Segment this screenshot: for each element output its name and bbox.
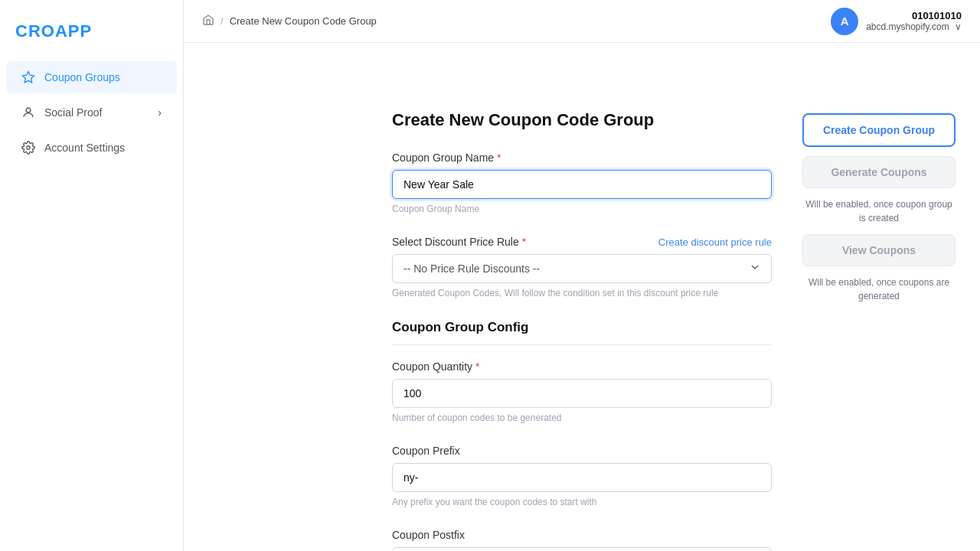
generate-coupons-button: Generate Coupons	[802, 156, 956, 188]
discount-rule-hint: Generated Coupon Codes, Will follow the …	[392, 288, 772, 298]
breadcrumb-current: Create New Coupon Code Group	[230, 15, 377, 27]
sidebar: CROAPP Coupon Groups Social Proof › Acco…	[0, 0, 184, 551]
chevron-right-icon: ›	[158, 106, 162, 119]
coupon-quantity-input[interactable]	[392, 379, 772, 408]
sidebar-item-social-proof[interactable]: Social Proof ›	[6, 96, 177, 129]
svg-marker-0	[23, 72, 34, 83]
user-name: 010101010	[866, 10, 962, 21]
breadcrumb: / Create New Coupon Code Group	[202, 14, 377, 28]
user-shop: abcd.myshopify.com ∨	[866, 21, 962, 32]
sidebar-item-label: Account Settings	[44, 142, 125, 154]
create-discount-rule-link[interactable]: Create discount price rule	[658, 236, 772, 248]
view-coupons-button: View Coupons	[802, 234, 956, 266]
coupon-group-name-section: Coupon Group Name * Coupon Group Name	[392, 152, 772, 214]
content-area: Create New Coupon Code Group Coupon Grou…	[392, 110, 772, 527]
user-icon	[21, 106, 35, 119]
gear-icon	[21, 141, 35, 155]
required-indicator: *	[475, 360, 479, 373]
generate-note: Will be enabled, once coupon group is cr…	[802, 197, 956, 225]
coupon-prefix-section: Coupon Prefix Any prefix you want the co…	[392, 445, 772, 507]
required-indicator: *	[497, 152, 501, 164]
coupon-postfix-section: Coupon Postfix Any postfix you want the …	[392, 529, 772, 551]
create-coupon-group-button[interactable]: Create Coupon Group	[802, 113, 956, 147]
app-logo: CROAPP	[0, 12, 183, 60]
actions-panel: Create Coupon Group Generate Coupons Wil…	[802, 110, 956, 527]
sidebar-item-coupon-groups[interactable]: Coupon Groups	[6, 61, 177, 93]
config-section-title: Coupon Group Config	[392, 320, 772, 345]
page-title: Create New Coupon Code Group	[392, 110, 772, 130]
sidebar-item-label: Social Proof	[44, 106, 102, 119]
sidebar-item-label: Coupon Groups	[44, 71, 120, 83]
coupon-group-name-label: Coupon Group Name *	[392, 152, 772, 164]
breadcrumb-home-icon[interactable]	[202, 14, 214, 28]
coupon-postfix-label: Coupon Postfix	[392, 529, 772, 541]
coupon-prefix-label: Coupon Prefix	[392, 445, 772, 457]
coupon-quantity-label: Coupon Quantity *	[392, 360, 772, 373]
user-menu[interactable]: A 010101010 abcd.myshopify.com ∨	[831, 8, 962, 35]
coupon-group-name-hint: Coupon Group Name	[392, 204, 772, 214]
svg-point-2	[27, 146, 31, 150]
discount-rule-select-wrapper: -- No Price Rule Discounts --	[392, 254, 772, 283]
coupon-group-name-input[interactable]	[392, 170, 772, 199]
breadcrumb-separator: /	[220, 15, 224, 27]
discount-rule-section: Select Discount Price Rule * Create disc…	[392, 236, 772, 298]
discount-rule-select[interactable]: -- No Price Rule Discounts --	[392, 254, 772, 283]
user-info: 010101010 abcd.myshopify.com ∨	[866, 10, 962, 32]
main-content: Create New Coupon Code Group Coupon Grou…	[368, 86, 980, 551]
coupon-postfix-input[interactable]	[392, 547, 772, 551]
coupon-prefix-input[interactable]	[392, 463, 772, 492]
coupon-prefix-hint: Any prefix you want the coupon codes to …	[392, 497, 772, 507]
select-row: Select Discount Price Rule * Create disc…	[392, 236, 772, 248]
view-note: Will be enabled, once coupons are genera…	[802, 276, 956, 303]
top-header: / Create New Coupon Code Group A 0101010…	[184, 0, 980, 43]
coupon-quantity-section: Coupon Quantity * Number of coupon codes…	[392, 360, 772, 423]
avatar: A	[831, 8, 858, 35]
coupon-quantity-hint: Number of coupon codes to be generated	[392, 412, 772, 423]
required-indicator: *	[522, 236, 526, 248]
svg-point-1	[26, 108, 31, 112]
user-chevron-icon: ∨	[955, 21, 962, 32]
sidebar-item-account-settings[interactable]: Account Settings	[6, 132, 177, 164]
star-icon	[21, 70, 35, 84]
discount-rule-label: Select Discount Price Rule *	[392, 236, 526, 248]
